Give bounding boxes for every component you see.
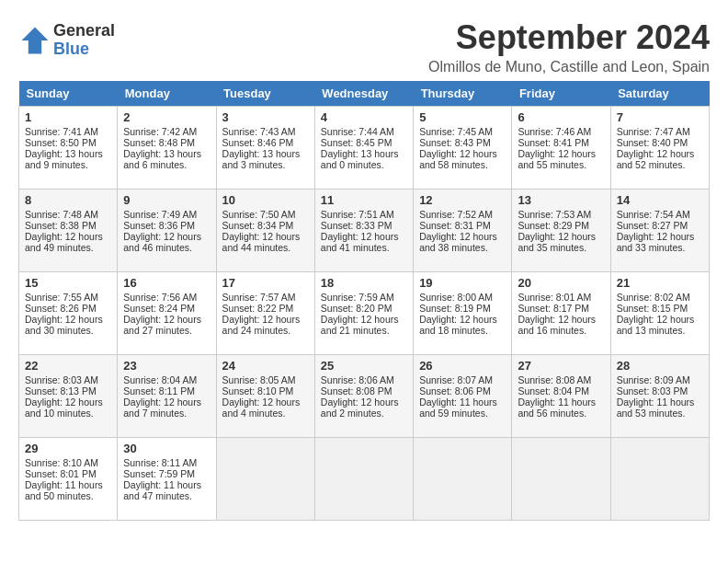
day-number: 2: [123, 110, 210, 124]
daylight-text: Daylight: 12 hours and 2 minutes.: [321, 396, 407, 419]
day-number: 23: [123, 359, 210, 373]
daylight-text: Daylight: 12 hours and 58 minutes.: [419, 148, 506, 170]
calendar-cell: [610, 438, 709, 521]
daylight-text: Daylight: 12 hours and 41 minutes.: [321, 231, 407, 253]
sunset-text: Sunset: 8:22 PM: [222, 303, 309, 314]
calendar-cell: 29Sunrise: 8:10 AMSunset: 8:01 PMDayligh…: [19, 438, 118, 521]
day-number: 7: [617, 110, 703, 124]
sunset-text: Sunset: 8:24 PM: [123, 303, 210, 314]
calendar-cell: 18Sunrise: 7:59 AMSunset: 8:20 PMDayligh…: [314, 272, 413, 355]
calendar-cell: 14Sunrise: 7:54 AMSunset: 8:27 PMDayligh…: [610, 190, 709, 272]
day-number: 16: [123, 276, 210, 290]
sunset-text: Sunset: 8:10 PM: [222, 385, 309, 396]
daylight-text: Daylight: 12 hours and 10 minutes.: [25, 396, 111, 419]
daylight-text: Daylight: 12 hours and 21 minutes.: [321, 314, 407, 336]
daylight-text: Daylight: 12 hours and 46 minutes.: [123, 231, 210, 253]
day-number: 26: [419, 359, 506, 373]
sunset-text: Sunset: 8:45 PM: [321, 137, 407, 148]
logo-blue-text: Blue: [53, 40, 115, 59]
location-title: Olmillos de Muno, Castille and Leon, Spa…: [428, 59, 710, 75]
calendar-cell: 30Sunrise: 8:11 AMSunset: 7:59 PMDayligh…: [118, 438, 216, 521]
day-number: 30: [123, 442, 210, 455]
calendar-cell: 2Sunrise: 7:42 AMSunset: 8:48 PMDaylight…: [118, 107, 216, 190]
sunrise-text: Sunrise: 7:57 AM: [222, 292, 309, 303]
sunset-text: Sunset: 8:46 PM: [222, 137, 309, 148]
daylight-text: Daylight: 12 hours and 27 minutes.: [123, 314, 210, 336]
calendar-cell: 8Sunrise: 7:48 AMSunset: 8:38 PMDaylight…: [19, 190, 118, 272]
sunrise-text: Sunrise: 7:47 AM: [617, 126, 703, 137]
sunrise-text: Sunrise: 8:07 AM: [419, 374, 506, 385]
sunrise-text: Sunrise: 8:02 AM: [617, 292, 703, 303]
calendar-cell: [216, 438, 314, 521]
calendar-cell: 26Sunrise: 8:07 AMSunset: 8:06 PMDayligh…: [414, 355, 512, 438]
daylight-text: Daylight: 13 hours and 3 minutes.: [222, 148, 309, 170]
sunrise-text: Sunrise: 8:05 AM: [222, 374, 309, 385]
day-number: 18: [321, 276, 407, 290]
sunrise-text: Sunrise: 7:49 AM: [123, 209, 210, 220]
sunrise-text: Sunrise: 8:11 AM: [123, 457, 210, 468]
calendar-cell: 4Sunrise: 7:44 AMSunset: 8:45 PMDaylight…: [314, 107, 413, 190]
calendar-cell: 10Sunrise: 7:50 AMSunset: 8:34 PMDayligh…: [216, 190, 314, 272]
day-number: 21: [617, 276, 703, 290]
calendar-cell: [314, 438, 413, 521]
sunset-text: Sunset: 8:41 PM: [518, 137, 604, 148]
sunset-text: Sunset: 8:13 PM: [25, 385, 111, 396]
weekday-header-wednesday: Wednesday: [314, 81, 413, 107]
sunrise-text: Sunrise: 8:08 AM: [518, 374, 604, 385]
daylight-text: Daylight: 12 hours and 18 minutes.: [419, 314, 506, 336]
sunset-text: Sunset: 8:27 PM: [617, 220, 703, 231]
calendar-week-row: 8Sunrise: 7:48 AMSunset: 8:38 PMDaylight…: [19, 190, 710, 272]
calendar-cell: 24Sunrise: 8:05 AMSunset: 8:10 PMDayligh…: [216, 355, 314, 438]
sunrise-text: Sunrise: 7:55 AM: [25, 292, 111, 303]
day-number: 9: [123, 193, 210, 207]
daylight-text: Daylight: 12 hours and 30 minutes.: [25, 314, 111, 336]
sunrise-text: Sunrise: 7:56 AM: [123, 292, 210, 303]
calendar-cell: 19Sunrise: 8:00 AMSunset: 8:19 PMDayligh…: [414, 272, 512, 355]
day-number: 27: [518, 359, 604, 373]
day-number: 14: [617, 193, 703, 207]
calendar-cell: 16Sunrise: 7:56 AMSunset: 8:24 PMDayligh…: [118, 272, 216, 355]
sunset-text: Sunset: 8:29 PM: [518, 220, 604, 231]
page-header: General Blue September 2024 Olmillos de …: [18, 18, 710, 75]
sunrise-text: Sunrise: 7:59 AM: [321, 292, 407, 303]
sunrise-text: Sunrise: 8:06 AM: [321, 374, 407, 385]
sunset-text: Sunset: 7:59 PM: [123, 468, 210, 479]
daylight-text: Daylight: 12 hours and 16 minutes.: [518, 314, 604, 336]
day-number: 28: [617, 359, 703, 373]
sunrise-text: Sunrise: 7:44 AM: [321, 126, 407, 137]
logo: General Blue: [18, 22, 115, 59]
sunset-text: Sunset: 8:34 PM: [222, 220, 309, 231]
daylight-text: Daylight: 12 hours and 52 minutes.: [617, 148, 703, 170]
calendar-cell: 23Sunrise: 8:04 AMSunset: 8:11 PMDayligh…: [118, 355, 216, 438]
daylight-text: Daylight: 12 hours and 38 minutes.: [419, 231, 506, 253]
calendar-cell: 28Sunrise: 8:09 AMSunset: 8:03 PMDayligh…: [610, 355, 709, 438]
sunrise-text: Sunrise: 8:09 AM: [617, 374, 703, 385]
daylight-text: Daylight: 11 hours and 56 minutes.: [518, 396, 604, 419]
day-number: 10: [222, 193, 309, 207]
day-number: 3: [222, 110, 309, 124]
calendar-cell: 1Sunrise: 7:41 AMSunset: 8:50 PMDaylight…: [19, 107, 118, 190]
sunrise-text: Sunrise: 7:53 AM: [518, 209, 604, 220]
daylight-text: Daylight: 12 hours and 7 minutes.: [123, 396, 210, 419]
weekday-header-sunday: Sunday: [19, 81, 118, 107]
daylight-text: Daylight: 11 hours and 47 minutes.: [123, 479, 210, 501]
calendar-cell: 5Sunrise: 7:45 AMSunset: 8:43 PMDaylight…: [414, 107, 512, 190]
sunrise-text: Sunrise: 7:50 AM: [222, 209, 309, 220]
calendar-cell: 13Sunrise: 7:53 AMSunset: 8:29 PMDayligh…: [512, 190, 610, 272]
daylight-text: Daylight: 12 hours and 13 minutes.: [617, 314, 703, 336]
daylight-text: Daylight: 12 hours and 44 minutes.: [222, 231, 309, 253]
calendar-table: SundayMondayTuesdayWednesdayThursdayFrid…: [18, 81, 710, 521]
sunset-text: Sunset: 8:15 PM: [617, 303, 703, 314]
sunset-text: Sunset: 8:50 PM: [25, 137, 111, 148]
weekday-header-monday: Monday: [118, 81, 216, 107]
sunset-text: Sunset: 8:43 PM: [419, 137, 506, 148]
day-number: 8: [25, 193, 111, 207]
weekday-header-saturday: Saturday: [610, 81, 709, 107]
day-number: 4: [321, 110, 407, 124]
sunset-text: Sunset: 8:03 PM: [617, 385, 703, 396]
calendar-cell: 12Sunrise: 7:52 AMSunset: 8:31 PMDayligh…: [414, 190, 512, 272]
daylight-text: Daylight: 12 hours and 4 minutes.: [222, 396, 309, 419]
calendar-cell: 6Sunrise: 7:46 AMSunset: 8:41 PMDaylight…: [512, 107, 610, 190]
day-number: 11: [321, 193, 407, 207]
sunrise-text: Sunrise: 7:45 AM: [419, 126, 506, 137]
